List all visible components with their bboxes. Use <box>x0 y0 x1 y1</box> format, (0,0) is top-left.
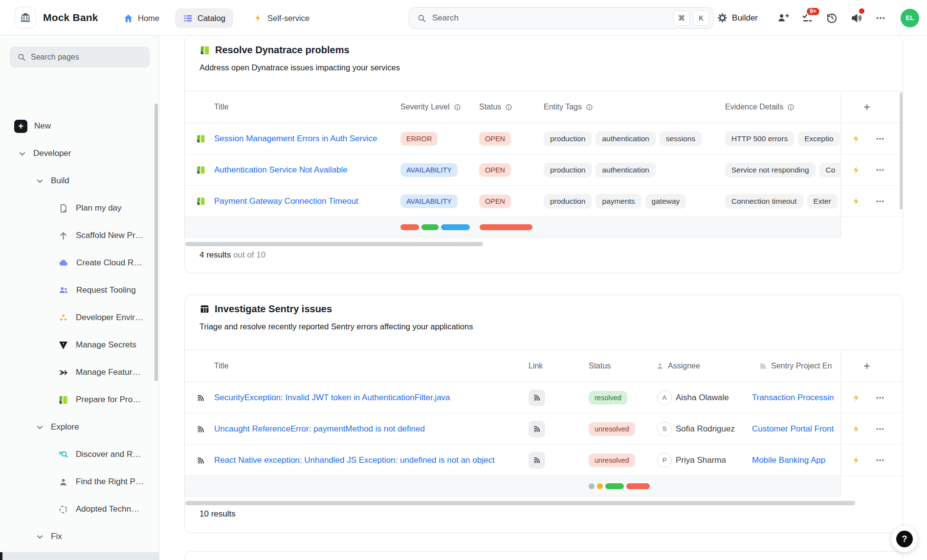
info-icon[interactable] <box>505 103 513 111</box>
sidebar-item-label: Developer Envir… <box>76 313 143 323</box>
sidebar-item-adopted-technologies[interactable]: Adopted Techn… <box>0 497 159 521</box>
sentry-icon <box>532 424 542 433</box>
sidebar-item-create-cloud-resource[interactable]: Create Cloud R… <box>0 251 159 275</box>
announcements-button[interactable] <box>850 12 862 24</box>
row-menu-icon[interactable] <box>875 134 885 144</box>
column-header-link[interactable]: Link <box>529 362 589 370</box>
tab-self-service-label: Self-service <box>267 14 309 23</box>
row-menu-icon[interactable] <box>875 165 885 175</box>
row-title-link[interactable]: SecurityException: Invalid JWT token in … <box>214 393 450 403</box>
automation-bolt-icon[interactable] <box>852 424 861 433</box>
column-header-status[interactable]: Status <box>477 103 541 111</box>
project-link[interactable]: Mobile Banking App <box>752 455 825 465</box>
sidebar-item-plan-my-day[interactable]: Plan my day <box>0 196 159 220</box>
column-header-severity[interactable]: Severity Level <box>397 103 477 111</box>
sidebar-item-manage-secrets[interactable]: Manage Secrets <box>0 333 159 357</box>
sidebar-item-manage-features[interactable]: Manage Featur… <box>0 361 159 384</box>
global-search-input[interactable] <box>432 13 670 23</box>
sidebar-search[interactable] <box>10 47 150 67</box>
row-title-link[interactable]: Payment Gateway Connection Timeout <box>214 196 358 206</box>
sidebar-group-build[interactable]: Build <box>0 169 159 193</box>
row-menu-icon[interactable] <box>875 196 885 206</box>
column-header-title[interactable]: Title <box>212 103 397 111</box>
table-row[interactable]: Uncaught ReferenceError: paymentMethod i… <box>185 413 903 445</box>
add-column-button[interactable]: + <box>863 359 870 373</box>
sidebar-item-find-the-right-person[interactable]: Find the Right P… <box>0 470 159 494</box>
sidebar-group-developer[interactable]: Developer <box>0 142 159 165</box>
row-title-link[interactable]: React Native exception: Unhandled JS Exc… <box>214 455 495 465</box>
dynatrace-icon <box>196 196 206 206</box>
row-title-link[interactable]: Authentication Service Not Available <box>214 165 348 175</box>
table-horizontal-scrollbar[interactable] <box>185 501 855 505</box>
column-header-entity-tags[interactable]: Entity Tags <box>541 103 723 111</box>
table-vertical-scrollbar[interactable] <box>900 92 903 210</box>
brand-logo[interactable] <box>15 7 36 28</box>
column-header-title[interactable]: Title <box>212 362 529 370</box>
column-header-evidence[interactable]: Evidence Details <box>723 103 840 111</box>
tasks-button[interactable]: 9+ <box>801 12 814 24</box>
row-menu-icon[interactable] <box>875 455 885 465</box>
table-row[interactable]: React Native exception: Unhandled JS Exc… <box>185 445 903 476</box>
sidebar-scrollbar[interactable] <box>154 104 158 381</box>
sidebar-group-explore[interactable]: Explore <box>0 415 159 439</box>
column-label: Evidence Details <box>725 103 783 111</box>
table-horizontal-scrollbar[interactable] <box>185 242 483 246</box>
invite-user-button[interactable] <box>776 12 789 24</box>
vault-icon <box>58 340 68 350</box>
help-button[interactable]: ? <box>891 526 918 552</box>
sidebar-item-scaffold-new-project[interactable]: Scaffold New Pr… <box>0 224 159 247</box>
facet-summary-row <box>185 217 903 237</box>
next-widget-card <box>184 551 903 560</box>
history-button[interactable] <box>825 12 838 24</box>
automation-bolt-icon[interactable] <box>852 134 861 143</box>
sidebar-item-manage-incidents[interactable]: Manage incide… <box>0 552 159 560</box>
row-menu-icon[interactable] <box>875 393 885 403</box>
plus-icon: + <box>14 120 27 133</box>
evidence-chip: Connection timeout <box>725 194 803 209</box>
entity-tag-chip: authentication <box>596 163 656 177</box>
automation-bolt-icon[interactable] <box>852 196 861 206</box>
column-label: Entity Tags <box>544 103 582 111</box>
sidebar-group-fix[interactable]: Fix <box>0 525 159 548</box>
project-link[interactable]: Customer Portal Front <box>752 424 834 434</box>
sidebar-search-input[interactable] <box>31 53 142 62</box>
column-header-sentry-project[interactable]: Sentry Project En <box>751 362 840 370</box>
sentry-link-button[interactable] <box>529 389 545 406</box>
column-header-assignee[interactable]: Assignee <box>656 362 751 370</box>
automation-bolt-icon[interactable] <box>852 393 861 402</box>
sidebar-item-prepare-for-production[interactable]: Prepare for Pro… <box>0 388 159 411</box>
builder-button[interactable]: Builder <box>717 13 758 23</box>
sentry-link-button[interactable] <box>529 452 545 469</box>
add-column-button[interactable]: + <box>863 100 870 114</box>
automation-bolt-icon[interactable] <box>852 455 861 465</box>
more-menu-button[interactable] <box>874 12 887 24</box>
table-row[interactable]: SecurityException: Invalid JWT token in … <box>185 382 903 413</box>
tab-home[interactable]: Home <box>115 8 167 28</box>
info-icon[interactable] <box>585 103 594 111</box>
sidebar-item-discover-and-research[interactable]: Discover and R… <box>0 443 159 466</box>
project-link[interactable]: Transaction Processin <box>752 393 834 403</box>
sidebar-item-developer-environments[interactable]: Developer Envir… <box>0 306 159 329</box>
search-lines-icon <box>58 450 68 460</box>
row-title-link[interactable]: Session Management Errors in Auth Servic… <box>214 134 377 144</box>
sentry-table: Title Link Status Assignee Sentry Projec… <box>185 350 903 496</box>
table-row[interactable]: Payment Gateway Connection Timeout AVAIL… <box>185 186 903 217</box>
sidebar-item-new[interactable]: + New <box>0 114 159 138</box>
table-row[interactable]: Authentication Service Not Available AVA… <box>185 154 903 186</box>
tab-self-service[interactable]: Self-service <box>245 8 317 28</box>
k-keycap: K <box>693 10 709 26</box>
tab-catalog[interactable]: Catalog <box>175 8 233 28</box>
info-icon[interactable] <box>787 103 795 111</box>
sentry-link-button[interactable] <box>529 421 545 437</box>
status-badge: unresolved <box>589 453 635 467</box>
table-row[interactable]: Session Management Errors in Auth Servic… <box>185 123 903 154</box>
row-title-link[interactable]: Uncaught ReferenceError: paymentMethod i… <box>214 424 425 434</box>
announcement-dot <box>859 8 864 14</box>
column-header-status[interactable]: Status <box>589 362 656 370</box>
user-avatar[interactable]: EL <box>901 9 919 27</box>
sidebar-item-request-tooling[interactable]: Request Tooling <box>0 279 159 302</box>
row-menu-icon[interactable] <box>875 424 885 434</box>
info-icon[interactable] <box>453 103 462 111</box>
global-search[interactable]: ⌘ K <box>409 7 714 29</box>
automation-bolt-icon[interactable] <box>852 165 861 174</box>
